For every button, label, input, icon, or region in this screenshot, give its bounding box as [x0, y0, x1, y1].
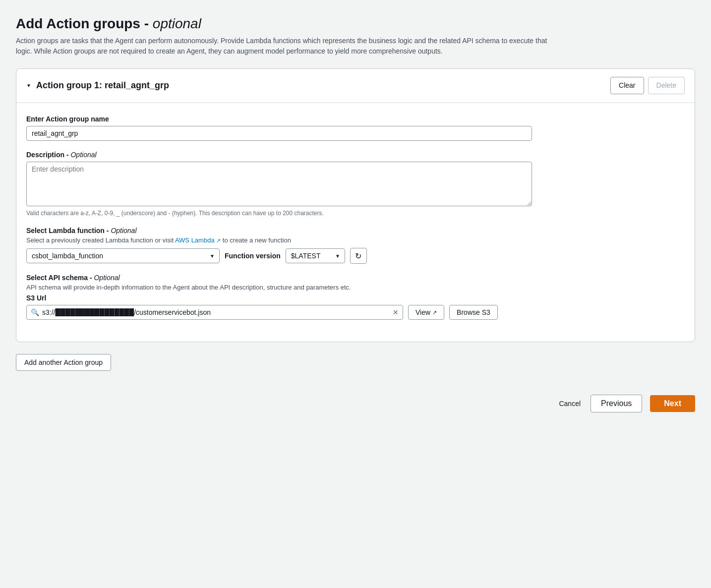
s3-url-row: 🔍 ✕ View ↗ Browse S3: [26, 305, 685, 320]
chevron-down-icon: ▼: [26, 83, 31, 88]
name-form-group: Enter Action group name: [26, 115, 685, 141]
browse-s3-button[interactable]: Browse S3: [449, 305, 498, 320]
version-select-wrapper: $LATEST ▼: [286, 248, 345, 263]
api-schema-label: Select API schema - Optional: [26, 274, 685, 282]
lambda-sublabel: Select a previously created Lambda funct…: [26, 236, 685, 244]
s3-url-label: S3 Url: [26, 294, 685, 302]
refresh-icon: ↻: [355, 251, 361, 261]
s3-input-wrapper: 🔍 ✕: [26, 305, 403, 320]
next-button[interactable]: Next: [650, 395, 695, 412]
lambda-select-wrapper: csbot_lambda_function ▼: [26, 248, 220, 263]
card-body: Enter Action group name Description - Op…: [16, 103, 695, 342]
api-schema-form-group: Select API schema - Optional API schema …: [26, 274, 685, 320]
add-another-action-group-button[interactable]: Add another Action group: [16, 354, 111, 371]
action-group-card: ▼ Action group 1: retail_agnt_grp Clear …: [16, 68, 695, 342]
search-icon: 🔍: [31, 308, 39, 316]
page-title: Add Action groups - optional: [16, 16, 695, 32]
description-label: Description - Optional: [26, 151, 685, 159]
external-link-icon: ↗: [216, 237, 221, 243]
delete-button[interactable]: Delete: [648, 77, 685, 94]
view-button[interactable]: View ↗: [408, 305, 444, 320]
action-group-card-title: Action group 1: retail_agnt_grp: [36, 80, 169, 91]
footer: Cancel Previous Next: [16, 387, 695, 412]
card-header-left: ▼ Action group 1: retail_agnt_grp: [26, 80, 169, 91]
api-schema-sublabel: API schema will provide in-depth informa…: [26, 284, 685, 291]
previous-button[interactable]: Previous: [591, 395, 642, 412]
description-textarea[interactable]: [26, 162, 532, 206]
function-version-label: Function version: [225, 252, 281, 260]
card-header: ▼ Action group 1: retail_agnt_grp Clear …: [16, 69, 695, 103]
clear-button[interactable]: Clear: [610, 77, 644, 94]
title-text: Add Action groups: [16, 16, 140, 31]
page-description: Action groups are tasks that the Agent c…: [16, 36, 561, 57]
aws-lambda-link[interactable]: AWS Lambda ↗: [175, 236, 221, 244]
name-input[interactable]: [26, 126, 532, 141]
view-external-link-icon: ↗: [432, 309, 437, 316]
version-select[interactable]: $LATEST: [286, 248, 345, 263]
cancel-button[interactable]: Cancel: [557, 396, 583, 412]
refresh-button[interactable]: ↻: [350, 248, 367, 264]
lambda-label: Select Lambda function - Optional: [26, 227, 685, 235]
close-icon[interactable]: ✕: [393, 308, 399, 316]
lambda-select[interactable]: csbot_lambda_function: [26, 248, 220, 263]
description-form-group: Description - Optional Valid characters …: [26, 151, 685, 217]
card-header-actions: Clear Delete: [610, 77, 685, 94]
lambda-row: csbot_lambda_function ▼ Function version…: [26, 248, 685, 264]
s3-url-input[interactable]: [42, 305, 391, 319]
lambda-form-group: Select Lambda function - Optional Select…: [26, 227, 685, 264]
name-label: Enter Action group name: [26, 115, 685, 123]
title-optional: optional: [153, 16, 201, 31]
description-hint: Valid characters are a-z, A-Z, 0-9, _ (u…: [26, 210, 685, 217]
